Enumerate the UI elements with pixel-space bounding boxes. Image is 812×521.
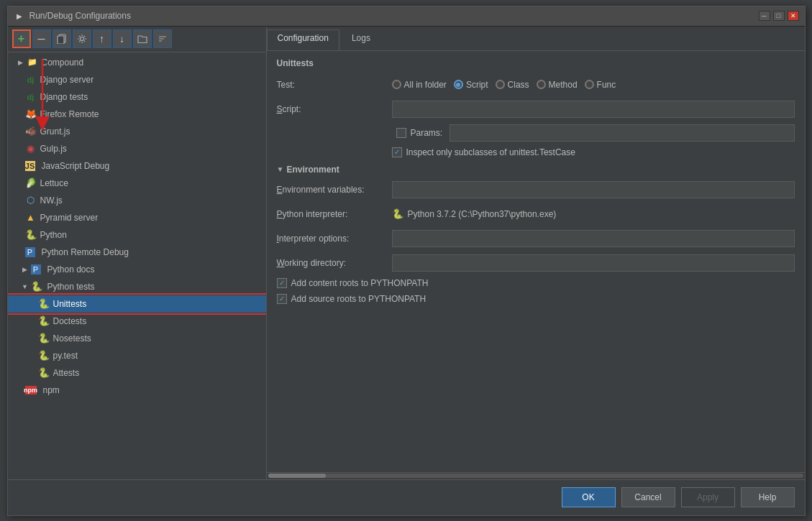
dialog-title: Run/Debug Configurations xyxy=(29,11,759,21)
lettuce-label: Lettuce xyxy=(40,178,68,188)
tree-item-unittests[interactable]: 🐍 Unittests xyxy=(8,295,266,313)
script-input[interactable] xyxy=(392,101,795,118)
tab-logs[interactable]: Logs xyxy=(341,29,381,50)
horizontal-scrollbar[interactable] xyxy=(267,472,805,479)
add-source-roots-label: Add source roots to PYTHONPATH xyxy=(291,294,426,304)
tree-item-python-tests[interactable]: ▼ 🐍 Python tests xyxy=(8,278,266,295)
expand-compound-icon: ▶ xyxy=(17,58,25,67)
params-input[interactable] xyxy=(450,124,794,142)
tree-item-pyramid[interactable]: ▲ Pyramid server xyxy=(8,209,266,226)
svg-rect-3 xyxy=(58,36,64,44)
python-tests-icon: 🐍 xyxy=(31,281,42,292)
gulp-label: Gulp.js xyxy=(40,144,67,154)
move-up-button[interactable]: ↑ xyxy=(93,29,111,48)
working-dir-input[interactable] xyxy=(392,254,795,272)
unittests-icon: 🐍 xyxy=(38,298,50,310)
radio-method[interactable]: Method xyxy=(537,80,578,90)
settings-button[interactable] xyxy=(73,29,91,48)
new-folder-button[interactable] xyxy=(133,29,152,48)
tree-item-lettuce[interactable]: 🥬 Lettuce xyxy=(8,175,266,192)
inspect-checkbox[interactable] xyxy=(392,147,402,157)
cancel-button[interactable]: Cancel xyxy=(621,487,675,507)
tree-item-firefox-remote[interactable]: 🦊 Firefox Remote xyxy=(8,106,266,123)
python-interpreter-value: Python 3.7.2 (C:\Python37\python.exe) xyxy=(408,209,557,219)
help-button[interactable]: Help xyxy=(741,487,795,507)
params-checkbox[interactable] xyxy=(396,128,406,138)
add-source-roots-checkbox[interactable] xyxy=(277,294,287,304)
environment-expand-icon: ▼ xyxy=(277,165,284,173)
move-down-button[interactable]: ↓ xyxy=(113,29,132,48)
django-tests-icon: dj xyxy=(25,91,37,103)
radio-all-in-folder-label: All in folder xyxy=(404,80,447,90)
tree-item-python[interactable]: 🐍 Python xyxy=(8,226,266,244)
minimize-button[interactable]: ─ xyxy=(759,11,770,21)
pytest-icon: 🐍 xyxy=(38,350,50,361)
environment-section-header[interactable]: ▼ Environment xyxy=(277,165,795,175)
scrollbar-track xyxy=(268,474,803,478)
script-row: Script: xyxy=(277,100,795,119)
python-icon: 🐍 xyxy=(25,229,37,241)
grunt-label: Grunt.js xyxy=(40,126,70,137)
radio-script[interactable]: Script xyxy=(454,80,488,90)
test-row: Test: All in folder Script Class xyxy=(277,75,795,94)
env-vars-input[interactable] xyxy=(392,181,795,198)
inspect-label: Inspect only subclasses of unittest.Test… xyxy=(406,147,575,157)
radio-script-label: Script xyxy=(466,80,488,90)
dialog-icon: ▶ xyxy=(14,10,25,22)
compound-folder-icon: 📁 xyxy=(27,57,38,68)
svg-point-4 xyxy=(80,37,83,41)
apply-button[interactable]: Apply xyxy=(681,487,735,507)
tree-item-doctests[interactable]: 🐍 Doctests xyxy=(8,313,266,330)
unittests-section-title: Unittests xyxy=(277,58,795,68)
add-content-roots-checkbox[interactable] xyxy=(277,278,287,288)
test-label: Test: xyxy=(277,80,392,90)
compound-label: Compound xyxy=(42,57,84,68)
unittests-label: Unittests xyxy=(53,299,87,309)
radio-func[interactable]: Func xyxy=(585,80,616,90)
add-content-roots-label: Add content roots to PYTHONPATH xyxy=(291,278,429,288)
add-configuration-button[interactable]: + xyxy=(12,29,31,48)
copy-configuration-button[interactable] xyxy=(53,29,71,48)
nosetests-icon: 🐍 xyxy=(38,333,50,344)
tree-item-gulp[interactable]: ◉ Gulp.js xyxy=(8,140,266,157)
tree-item-attests[interactable]: 🐍 Attests xyxy=(8,364,266,382)
python-tests-label: Python tests xyxy=(47,282,95,292)
tree-item-npm[interactable]: npm npm xyxy=(8,382,266,399)
sort-button[interactable] xyxy=(153,29,172,48)
ok-button[interactable]: OK xyxy=(562,487,616,507)
tree-item-django-tests[interactable]: dj Django tests xyxy=(8,88,266,106)
radio-script-circle xyxy=(454,80,463,89)
tree-item-python-docs[interactable]: ▶ P Python docs xyxy=(8,261,266,278)
radio-method-label: Method xyxy=(549,80,578,90)
radio-class-circle xyxy=(496,80,505,89)
tree-item-nw[interactable]: ⬡ NW.js xyxy=(8,192,266,209)
dialog-footer: OK Cancel Apply Help xyxy=(8,479,805,515)
add-content-roots-row: Add content roots to PYTHONPATH xyxy=(277,278,795,288)
tree-item-js-debug[interactable]: JS JavaScript Debug xyxy=(8,157,266,175)
restore-button[interactable]: □ xyxy=(773,11,785,21)
expand-python-docs-icon: ▶ xyxy=(21,265,29,274)
interpreter-display: 🐍 Python 3.7.2 (C:\Python37\python.exe) xyxy=(392,208,557,219)
left-panel: + ─ ↑ ↓ ▶ xyxy=(8,27,267,479)
python-remote-debug-icon: P xyxy=(25,247,35,257)
close-button[interactable]: ✕ xyxy=(788,11,799,21)
tree-item-python-remote-debug[interactable]: P Python Remote Debug xyxy=(8,244,266,261)
firefox-remote-label: Firefox Remote xyxy=(40,109,99,119)
add-source-roots-row: Add source roots to PYTHONPATH xyxy=(277,294,795,304)
tree-item-nosetests[interactable]: 🐍 Nosetests xyxy=(8,330,266,347)
tab-configuration[interactable]: Configuration xyxy=(267,29,339,50)
scrollbar-thumb[interactable] xyxy=(268,474,326,478)
radio-class[interactable]: Class xyxy=(496,80,529,90)
tree-item-compound[interactable]: ▶ 📁 Compound xyxy=(8,54,266,71)
tree-item-django-server[interactable]: dj Django server xyxy=(8,71,266,88)
radio-all-in-folder[interactable]: All in folder xyxy=(392,80,447,90)
interpreter-options-input[interactable] xyxy=(392,230,795,247)
tree-item-pytest[interactable]: 🐍 py.test xyxy=(8,347,266,364)
python-label: Python xyxy=(40,230,67,240)
doctests-icon: 🐍 xyxy=(38,315,50,327)
configuration-tree[interactable]: ▶ 📁 Compound dj Django server dj Django … xyxy=(8,52,266,479)
tree-item-grunt[interactable]: 🐗 Grunt.js xyxy=(8,123,266,140)
remove-configuration-button[interactable]: ─ xyxy=(32,29,51,48)
environment-section-title: Environment xyxy=(286,165,339,175)
nosetests-label: Nosetests xyxy=(53,333,91,344)
